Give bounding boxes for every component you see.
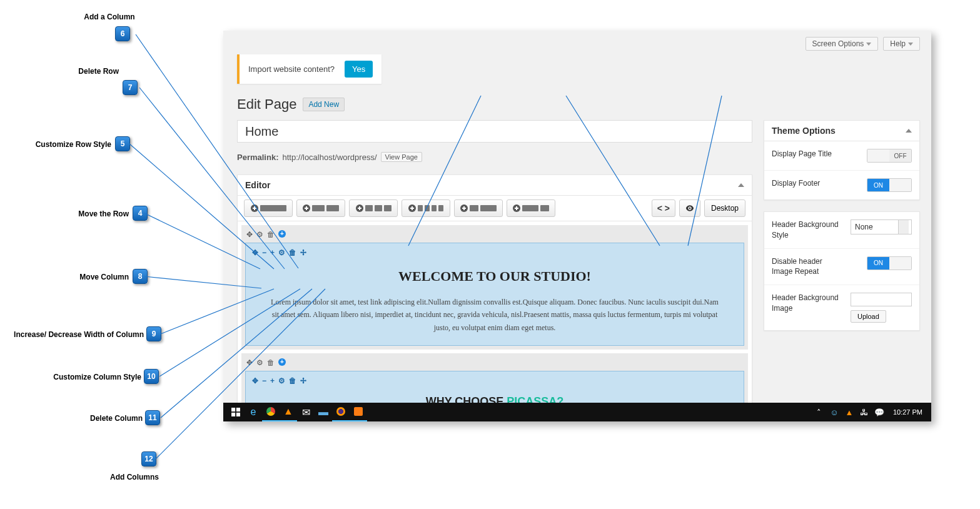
caret-down-icon [908, 43, 913, 46]
wordpress-admin-window: Screen Options Help Import website conte… [223, 31, 931, 421]
move-row-icon[interactable]: ✥ [246, 358, 253, 367]
column-settings-icon[interactable]: ⚙ [278, 376, 285, 385]
header-options-panel: Header Background Style None Disable hea… [764, 211, 920, 331]
page-title-input[interactable] [237, 120, 752, 143]
theme-options-panel: Theme Options Display Page Title ONOFF D… [764, 120, 920, 200]
column-settings-icon[interactable]: ⚙ [278, 248, 285, 257]
xampp-icon[interactable] [350, 403, 367, 421]
taskbar-right: ˄ ☺ ▲ 🖧 💬 10:27 PM [813, 403, 927, 421]
delete-row-icon[interactable]: 🗑 [267, 358, 275, 367]
annotation-badge-9: 9 [146, 326, 161, 341]
desktop-mode-button[interactable]: Desktop [704, 199, 745, 217]
firefox-icon[interactable] [332, 403, 350, 421]
option-display-footer: Display Footer ONOFF [764, 171, 919, 199]
delete-column-icon[interactable]: 🗑 [289, 376, 296, 385]
row-toolbar: ✥ ⚙ 🗑 + [245, 229, 744, 243]
annotation-label-11: Delete Column [50, 414, 143, 423]
svg-rect-14 [231, 413, 235, 416]
tray-chevron-icon[interactable]: ˄ [813, 403, 826, 421]
move-column-icon[interactable]: ✥ [252, 376, 258, 385]
option-label: Header Background Style [772, 219, 841, 241]
row-settings-icon[interactable]: ⚙ [256, 230, 263, 239]
flame-icon[interactable]: ▲ [280, 403, 297, 421]
add-new-button[interactable]: Add New [303, 98, 345, 111]
permalink-url: http://localhost/wordpress/ [282, 153, 376, 162]
header-bg-style-select[interactable]: None [851, 219, 912, 234]
taskbar-clock[interactable]: 10:27 PM [888, 408, 927, 416]
add-row-3col[interactable] [349, 199, 398, 217]
add-column-icon[interactable]: + [278, 230, 286, 238]
help-button[interactable]: Help [883, 37, 920, 51]
move-column-icon[interactable]: ✥ [252, 248, 258, 257]
edit-page-heading: Edit Page [237, 96, 296, 113]
collapse-icon [738, 183, 744, 187]
editor-panel: Editor < > Desktop ✥ ⚙ 🗑 + [237, 174, 752, 421]
notifications-icon[interactable]: 💬 [873, 403, 886, 421]
toggle-on-label: ON [867, 257, 889, 270]
svg-rect-15 [236, 413, 240, 416]
content-heading: WELCOME TO OUR STUDIO! [252, 262, 737, 291]
editor-panel-title: Editor [245, 180, 270, 190]
decrease-width-icon[interactable]: − [262, 248, 266, 257]
notepad-icon[interactable]: ▬ [315, 403, 332, 421]
network-icon[interactable]: 🖧 [858, 403, 871, 421]
edit-source-button[interactable]: < > [652, 199, 675, 217]
screen-options-button[interactable]: Screen Options [806, 37, 879, 51]
permalink-label: Permalink: [237, 153, 278, 162]
annotation-badge-11: 11 [145, 410, 160, 425]
toggle-on-label: ON [867, 179, 889, 191]
top-buttons-row: Screen Options Help [806, 37, 920, 51]
theme-options-header[interactable]: Theme Options [764, 121, 919, 141]
annotation-badge-7: 7 [123, 80, 138, 95]
delete-column-icon[interactable]: 🗑 [289, 248, 296, 257]
row-settings-icon[interactable]: ⚙ [256, 358, 263, 367]
tray-status-icon[interactable]: ☺ [828, 403, 841, 421]
add-row-1-2col[interactable] [454, 199, 503, 217]
annotation-label-9: Increase/ Decrease Width of Column [0, 330, 144, 339]
add-columns-icon[interactable]: ✢ [300, 248, 306, 257]
mail-icon[interactable]: ✉ [297, 403, 315, 421]
upload-button[interactable]: Upload [851, 310, 886, 323]
layout-toolbar: < > Desktop [238, 196, 752, 221]
option-disable-header-repeat: Disable header Image Repeat ONOFF [764, 249, 919, 286]
option-label: Display Footer [772, 178, 820, 189]
header-bg-image-input[interactable] [851, 293, 912, 306]
import-notice: Import website content? Yes [237, 54, 381, 84]
help-label: Help [890, 39, 906, 48]
tray-flame-icon[interactable]: ▲ [843, 403, 856, 421]
add-row-4col[interactable] [402, 199, 450, 217]
caret-down-icon [866, 43, 871, 46]
option-display-page-title: Display Page Title ONOFF [764, 141, 919, 171]
annotation-label-5: Customize Row Style [19, 140, 111, 149]
decrease-width-icon[interactable]: − [262, 376, 266, 385]
import-yes-button[interactable]: Yes [345, 61, 373, 78]
start-icon[interactable] [227, 403, 245, 421]
add-column-icon[interactable]: + [278, 358, 286, 366]
increase-width-icon[interactable]: + [270, 248, 275, 257]
svg-rect-12 [231, 408, 235, 411]
editor-column: ✥ − + ⚙ 🗑 ✢ WELCOME TO OUR STUDIO! Lorem… [245, 243, 744, 346]
annotation-label-12: Add Columns [94, 473, 175, 481]
add-row-2col[interactable] [296, 199, 345, 217]
toggle-disable-header-repeat[interactable]: ONOFF [867, 256, 912, 270]
add-columns-icon[interactable]: ✢ [300, 376, 306, 385]
preview-button[interactable] [679, 199, 700, 217]
toggle-display-page-title[interactable]: ONOFF [867, 149, 912, 163]
increase-width-icon[interactable]: + [270, 376, 275, 385]
toggle-display-footer[interactable]: ONOFF [867, 178, 912, 192]
view-page-button[interactable]: View Page [381, 152, 422, 162]
editor-panel-header[interactable]: Editor [238, 175, 752, 196]
chrome-icon[interactable] [262, 403, 280, 421]
annotation-badge-12: 12 [141, 451, 156, 466]
edge-icon[interactable]: e [245, 403, 262, 421]
delete-row-icon[interactable]: 🗑 [267, 230, 275, 239]
add-row-2-1col[interactable] [507, 199, 555, 217]
move-row-icon[interactable]: ✥ [246, 230, 253, 239]
add-row-1col[interactable] [244, 199, 293, 217]
column-toolbar: ✥ − + ⚙ 🗑 ✢ [252, 375, 737, 390]
annotation-badge-6: 6 [115, 26, 130, 41]
theme-options-title: Theme Options [772, 126, 836, 136]
annotation-label-6: Add a Column [69, 13, 150, 21]
windows-taskbar: e ▲ ✉ ▬ ˄ ☺ ▲ 🖧 💬 10:27 PM [223, 403, 931, 421]
option-label: Disable header Image Repeat [772, 256, 841, 278]
